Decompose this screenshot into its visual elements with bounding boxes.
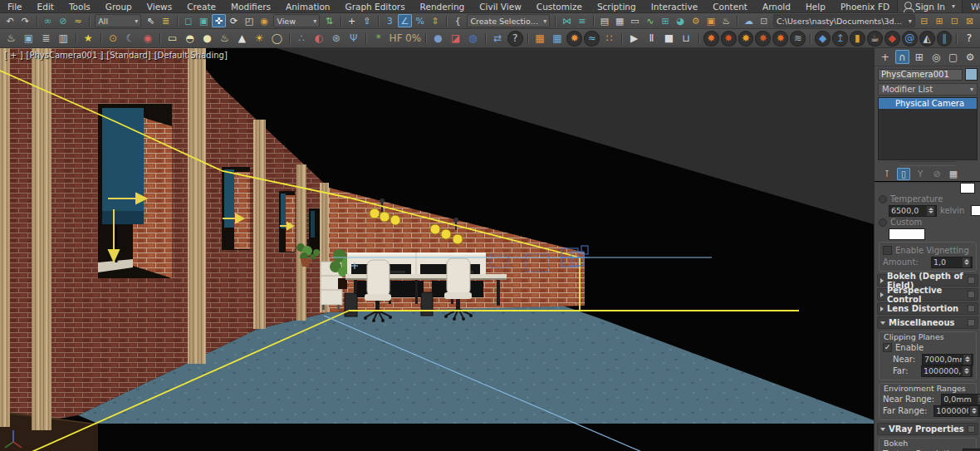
phoenix-preset-waterfall-icon[interactable]: ∥ — [937, 31, 953, 47]
spinner-snap-toggle-icon[interactable]: ⇕ — [429, 14, 442, 27]
temperature-color-swatch[interactable] — [971, 205, 980, 216]
vray-light-lister-icon[interactable]: ≣ — [38, 31, 54, 47]
render-in-cloud-icon[interactable]: ☁ — [742, 14, 755, 27]
sim-play-icon[interactable]: ▶ — [626, 31, 642, 47]
window-crossing-toggle-icon[interactable]: ▣ — [197, 14, 210, 27]
viewport-menu-general[interactable]: [ + ] — [4, 51, 23, 60]
schematic-view-icon[interactable]: ⊞ — [659, 14, 672, 27]
menu-scripting[interactable]: Scripting — [590, 0, 644, 12]
vray-plane-light-icon[interactable]: ▭ — [164, 31, 180, 47]
phoenix-preset-ship-icon[interactable]: ◭ — [919, 31, 935, 47]
menu-rendering[interactable]: Rendering — [413, 0, 473, 12]
render-gallery-icon[interactable]: ⊡ — [757, 14, 771, 27]
hierarchy-tab-icon[interactable]: ⊞ — [912, 50, 927, 64]
phoenix-preset-fountain-icon[interactable]: ↥ — [832, 31, 848, 47]
bind-to-space-warp-icon[interactable]: ≈ — [71, 14, 85, 27]
custom-color-swatch[interactable] — [889, 228, 925, 240]
illuminant-color-swatch[interactable] — [960, 183, 975, 194]
pc-tower-1[interactable] — [345, 293, 357, 316]
mirror-icon[interactable]: ⋈ — [560, 14, 573, 27]
phoenix-preset-torch-icon[interactable]: ✸ — [755, 31, 771, 47]
snaps-toggle-3d-icon[interactable]: 3 — [383, 14, 396, 27]
vray-asset-editor-icon[interactable]: ▥ — [56, 31, 71, 47]
chaos-scans-icon[interactable]: * — [370, 31, 386, 47]
phoenix-preset-coffee-icon[interactable]: ☕ — [867, 31, 883, 47]
show-end-result-icon[interactable]: ▯ — [897, 168, 910, 180]
curve-editor-icon[interactable]: ∿ — [644, 14, 657, 27]
viewport[interactable]: [ + ] [PhysCamera001 ] [Standard] [Defau… — [0, 48, 874, 451]
named-selection-sets-dropdown[interactable]: Create Selection Se▾ — [467, 14, 550, 27]
clipping-enable-checkbox[interactable] — [883, 343, 892, 352]
menu-edit[interactable]: Edit — [30, 0, 61, 12]
menu-civil-view[interactable]: Civil View — [472, 0, 529, 12]
sim-pause-icon[interactable]: Ⅱ — [644, 31, 659, 47]
rollout-lens-distortion[interactable]: Lens Distortion — [877, 302, 978, 315]
texture-resolution-field[interactable]: 512 — [963, 449, 980, 451]
rollout-perspective-control[interactable]: Perspective Control — [877, 288, 978, 301]
vray-scene-converter-icon[interactable]: ⇄ — [490, 31, 506, 47]
material-editor-icon[interactable]: ◕ — [674, 14, 687, 27]
edit-named-selection-sets-icon[interactable]: { — [451, 14, 464, 27]
menu-animation[interactable]: Animation — [278, 0, 338, 12]
near-field[interactable]: 7000,0mm — [922, 354, 973, 365]
window-transfer-icon[interactable]: ⊠ — [963, 14, 977, 27]
phoenix-liquid-container-icon[interactable]: ▦ — [549, 31, 565, 47]
select-object-icon[interactable]: ⇖ — [144, 14, 157, 27]
viewport-menu-pov[interactable]: [PhysCamera001 ] — [27, 51, 104, 60]
phoenix-fire-container-icon[interactable]: ▦ — [532, 31, 548, 47]
rollout-vray-properties[interactable]: VRay Properties — [877, 423, 978, 435]
vray-help-icon[interactable]: ? — [507, 31, 523, 47]
viewport-menu-shading[interactable]: [Default Shading] — [154, 51, 228, 60]
object-color-swatch[interactable] — [965, 68, 978, 81]
selection-filter-dropdown[interactable]: All▾ — [95, 14, 141, 27]
menu-interactive[interactable]: Interactive — [644, 0, 706, 12]
vray-sun-light-icon[interactable]: ☀ — [252, 31, 267, 47]
far-range-field[interactable]: 1000000,0mm — [933, 405, 980, 417]
select-and-rotate-icon[interactable]: ⟳ — [228, 14, 241, 27]
menu-help[interactable]: Help — [798, 0, 833, 12]
viewport-canvas[interactable] — [0, 48, 874, 451]
select-and-scale-icon[interactable]: ◰ — [243, 14, 256, 27]
menu-views[interactable]: Views — [140, 0, 179, 12]
select-by-name-icon[interactable]: ≣ — [159, 14, 172, 27]
enable-vignetting-checkbox[interactable] — [883, 246, 892, 255]
vray-mesh-light-icon[interactable]: ♨ — [217, 31, 233, 47]
project-folder-field[interactable]: C:\Users\nasty\Documents\3ds Max 2020▾ — [773, 14, 915, 27]
toggle-ribbon-icon[interactable]: ▭ — [628, 14, 641, 27]
phoenix-preset-gasoline-icon[interactable]: ✸ — [772, 31, 788, 47]
custom-radio[interactable] — [879, 218, 887, 227]
phoenix-preset-splash-icon[interactable]: ◆ — [815, 31, 831, 47]
menu-arnold[interactable]: Arnold — [755, 0, 798, 12]
keyboard-shortcut-override-icon[interactable]: ⇧ — [360, 14, 374, 27]
vray-infinite-plane-icon[interactable]: ∴ — [294, 31, 310, 47]
motion-tab-icon[interactable]: ◎ — [929, 50, 944, 64]
temperature-radio[interactable] — [879, 195, 887, 203]
rollout-miscellaneous[interactable]: Miscellaneous — [877, 316, 978, 329]
select-and-place-icon[interactable]: ◉ — [257, 14, 271, 27]
hf-tool-icon[interactable]: HF — [388, 31, 404, 47]
object-name-field[interactable] — [878, 69, 963, 81]
amount-field[interactable]: 1,0 — [931, 257, 973, 268]
phoenix-preset-smoke-icon[interactable]: ≋ — [790, 31, 806, 47]
sim-stop-icon[interactable]: ■ — [661, 31, 677, 47]
select-and-link-icon[interactable]: ∞ — [42, 14, 55, 27]
window-folder-icon[interactable]: ⊞ — [933, 14, 946, 27]
menu-group[interactable]: Group — [98, 0, 140, 12]
window-2[interactable] — [222, 167, 250, 250]
vray-sphere-gizmo-icon[interactable]: ● — [430, 31, 446, 47]
menu-tools[interactable]: Tools — [61, 0, 98, 12]
phoenix-preset-flame-icon[interactable]: ✸ — [721, 31, 737, 47]
unlink-selection-icon[interactable]: ⊘ — [56, 14, 70, 27]
vray-dome-light-icon[interactable]: ◓ — [182, 31, 198, 47]
utilities-tab-icon[interactable]: ⚙ — [963, 50, 978, 64]
vray-light-meter-icon[interactable]: ★ — [81, 31, 96, 47]
menu-content[interactable]: Content — [705, 0, 755, 12]
reference-coordinate-system-dropdown[interactable]: View▾ — [273, 14, 320, 27]
viewport-menu-renderer[interactable]: [Standard] — [106, 51, 150, 60]
toggle-scene-explorer-icon[interactable]: ▤ — [598, 14, 611, 27]
align-icon[interactable]: ≡ — [576, 14, 589, 27]
menu-graph-editors[interactable]: Graph Editors — [338, 0, 413, 12]
angle-snap-toggle-icon[interactable]: ∠ — [398, 14, 411, 27]
phoenix-ocean-preview-icon[interactable]: ≈ — [584, 31, 600, 47]
vray-stereo-camera-icon[interactable]: ◉ — [140, 31, 155, 47]
